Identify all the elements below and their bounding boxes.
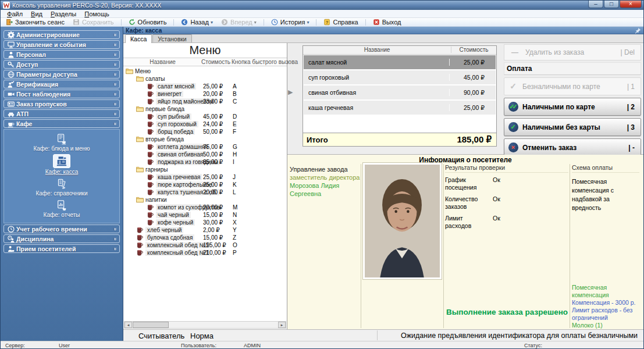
- dish-icon: [147, 159, 155, 165]
- horizontal-scrollbar[interactable]: ◄ ►: [124, 321, 286, 329]
- sidebar-item-camera[interactable]: Пост наблюдения»: [3, 90, 120, 98]
- tree-row[interactable]: суп гороховый24,00 ₽E: [123, 120, 287, 128]
- tree-row[interactable]: хлеб черный2,00 ₽Y: [123, 226, 287, 234]
- maximize-button[interactable]: □: [604, 1, 619, 8]
- tree-row[interactable]: напитки: [123, 196, 287, 204]
- payment-button-check-green[interactable]: ✓Наличными без карты| 3: [504, 118, 641, 136]
- order-item-price: 45,00 ₽: [449, 74, 496, 81]
- toolbar-button-exit[interactable]: Выход: [369, 18, 405, 26]
- scrollbar-thumb[interactable]: [133, 322, 169, 328]
- tree-row[interactable]: пюре картофельное25,00 ₽K: [123, 181, 287, 188]
- toolbar-button-save[interactable]: Сохранить: [69, 18, 118, 26]
- tree-row[interactable]: свиная отбивная50,00 ₽H: [123, 151, 287, 158]
- toolbar-button-forward[interactable]: Вперед▾: [217, 18, 261, 26]
- pin-icon[interactable]: [635, 27, 641, 34]
- menu-item-3[interactable]: Разделы: [47, 10, 80, 17]
- sidebar-item-label: Персонал: [16, 51, 113, 58]
- sidebar-item-person-badge[interactable]: Прием посетителей»: [3, 244, 120, 253]
- cafe-submenu-label: Кафе: блюда и меню: [33, 145, 90, 152]
- sidebar-item-gear[interactable]: Администрирование»: [3, 30, 120, 39]
- tree-row[interactable]: вторые блюда: [123, 136, 287, 143]
- tree-row[interactable]: комплексный обед №1210,00 ₽P: [123, 249, 287, 257]
- dish-icon: [147, 98, 155, 105]
- cafe-submenu-item-dishes[interactable]: Кафе: блюда и меню: [4, 133, 119, 152]
- tree-row[interactable]: поджарка из говядины85,00 ₽I: [123, 158, 287, 166]
- close-button[interactable]: ×: [620, 1, 642, 8]
- tree-row[interactable]: каша гречневая25,00 ₽J: [123, 173, 287, 181]
- divider: [443, 164, 444, 328]
- tree-row[interactable]: Меню: [123, 67, 287, 75]
- minimize-button[interactable]: –: [588, 1, 603, 8]
- tree-price: 20,00 ₽: [203, 189, 223, 195]
- tree-row[interactable]: яйцо под майонезом23,00 ₽C: [123, 98, 287, 105]
- tree-row[interactable]: компот из сухофруктов20,00 ₽M: [123, 204, 287, 211]
- order-row[interactable]: суп гороховый45,00 ₽: [304, 70, 496, 84]
- menu-item-1[interactable]: Файл: [3, 10, 27, 17]
- tree-row[interactable]: комплексный обед №1195,00 ₽O: [123, 241, 287, 249]
- sidebar-item-person-check[interactable]: Верификация»: [3, 80, 120, 88]
- tree-row[interactable]: салаты: [123, 75, 287, 83]
- scroll-right-icon[interactable]: ►: [278, 322, 286, 328]
- toolbar-button-back[interactable]: Назад▾: [177, 18, 217, 26]
- payment-hotkey: | 1: [627, 83, 641, 91]
- checks-group: Результаты проверки График посещенияОкКо…: [445, 164, 568, 234]
- tree-row[interactable]: винегрет20,00 ₽B: [123, 90, 287, 98]
- tree-hotkey: Z: [233, 234, 236, 241]
- toolbar-button-history[interactable]: История▾: [267, 18, 314, 26]
- exit-icon: [373, 19, 380, 26]
- sidebar-item-globe[interactable]: Параметры доступа»: [3, 70, 120, 79]
- tree-row[interactable]: салат мясной25,00 ₽A: [123, 83, 287, 90]
- tree-row[interactable]: первые блюда: [123, 105, 287, 113]
- check-double-green-icon: ✓✓: [507, 102, 519, 112]
- tree-row[interactable]: борщ победа50,00 ₽F: [123, 128, 287, 136]
- scroll-left-icon[interactable]: ◄: [124, 322, 132, 328]
- menu-item-4[interactable]: Помощь: [80, 10, 113, 17]
- toolbar-button-end-session[interactable]: Закончить сеанс: [2, 18, 69, 26]
- payment-button-check-double-green[interactable]: ✓✓Наличными по карте| 2: [504, 98, 641, 116]
- toolbar-label: История: [280, 19, 305, 26]
- toolbar-button-refresh[interactable]: Обновить: [124, 18, 171, 26]
- payment-button-cancel-red[interactable]: ×Отменить заказ| -: [504, 138, 641, 156]
- tree-row[interactable]: котлета домашняя75,00 ₽G: [123, 143, 287, 151]
- tree-row[interactable]: булочка сдобная15,00 ₽Z: [123, 234, 287, 241]
- collapse-arrow-icon[interactable]: ▶: [288, 88, 293, 96]
- order-row[interactable]: свиная отбивная90,00 ₽: [304, 86, 496, 99]
- sidebar-item-key[interactable]: Доступ»: [3, 60, 120, 69]
- tree-row[interactable]: капуста тушеная с об.20,00 ₽L: [123, 188, 287, 196]
- menu-item-2[interactable]: Вид: [27, 10, 47, 17]
- cafe-submenu-item-books[interactable]: Кафе: справочники: [4, 177, 119, 197]
- sidebar-item-monitor[interactable]: Управление и события»: [3, 40, 120, 49]
- dropdown-caret-icon: ▾: [254, 20, 257, 25]
- check-value: Ок: [490, 176, 500, 191]
- delete-from-order-button[interactable]: — Удалить из заказа | Del: [504, 44, 641, 60]
- sidebar-item-cup[interactable]: Кафе»: [3, 119, 120, 128]
- toolbar-separator: [365, 19, 366, 26]
- sidebar-item-clock-person[interactable]: Дисциплина»: [3, 234, 120, 243]
- main-body: Администрирование»Управление и события»П…: [1, 27, 643, 341]
- toolbar-label: Вперед: [230, 19, 252, 26]
- end-session-icon: [6, 19, 13, 26]
- tree-price: 25,00 ₽: [203, 83, 223, 90]
- payment-button-check-grey[interactable]: ✓Безналичными по карте| 1: [504, 77, 641, 95]
- tree-row[interactable]: гарниры: [123, 166, 287, 173]
- sidebar-item-clock[interactable]: Учет рабочего времени»: [3, 225, 120, 233]
- sidebar-item-person[interactable]: Персонал»: [3, 50, 120, 59]
- tree-row[interactable]: кофе черный30,00 ₽X: [123, 219, 287, 226]
- toolbar-button-help[interactable]: ?Справка: [319, 18, 362, 26]
- dish-icon: [147, 212, 155, 218]
- tree-hotkey: P: [233, 250, 237, 256]
- order-row[interactable]: салат мясной25,00 ₽: [304, 55, 496, 69]
- cafe-submenu-item-register[interactable]: Кафе: касса: [4, 154, 119, 175]
- tree-price: 15,00 ₽: [203, 234, 223, 241]
- tree-row[interactable]: суп рыбный45,00 ₽D: [123, 113, 287, 120]
- cafe-submenu-item-report[interactable]: Кафе: отчеты: [4, 199, 119, 218]
- chevron-down-icon: »: [112, 92, 118, 95]
- sidebar-item-car[interactable]: АТП»: [3, 109, 120, 118]
- tab-2[interactable]: Установки: [152, 34, 191, 42]
- tree-row[interactable]: чай черный15,00 ₽N: [123, 211, 287, 219]
- tree-label: первые блюда: [145, 106, 184, 112]
- sidebar-item-badge[interactable]: Заказ пропусков»: [3, 99, 120, 108]
- cup-icon: [6, 120, 16, 128]
- tab-1[interactable]: Касса: [125, 34, 152, 43]
- order-row[interactable]: каша гречневая25,00 ₽: [304, 101, 496, 115]
